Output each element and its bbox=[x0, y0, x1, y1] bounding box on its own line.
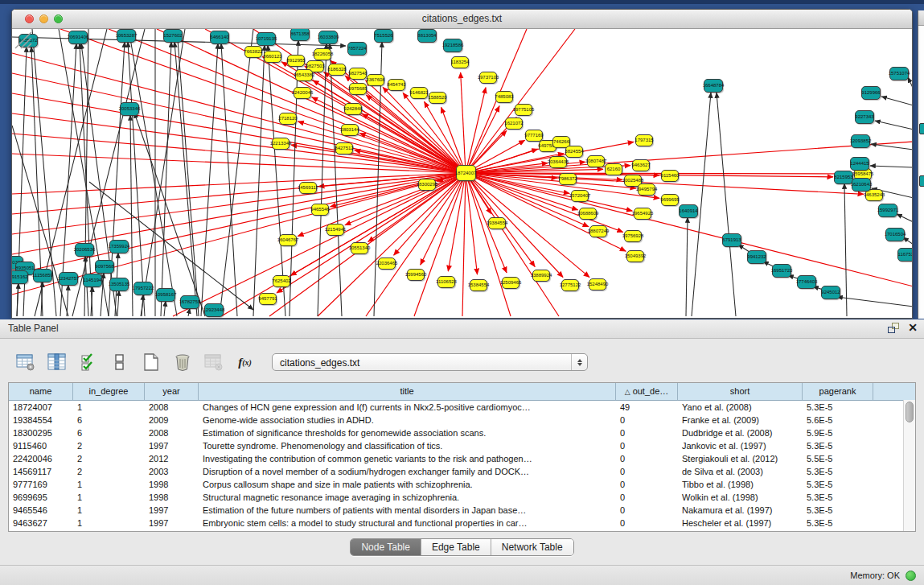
table-cell[interactable]: 0 bbox=[616, 465, 678, 478]
table-cell[interactable]: Embryonic stem cells: a model to study s… bbox=[199, 517, 616, 529]
graph-node[interactable]: 15751074 bbox=[889, 67, 909, 80]
table-cell[interactable]: Estimation of the future numbers of pati… bbox=[199, 504, 616, 517]
table-cell[interactable]: 0 bbox=[616, 452, 678, 465]
graph-node[interactable]: 11156859 bbox=[33, 269, 52, 282]
table-cell[interactable]: 0 bbox=[616, 414, 678, 426]
graph-node[interactable]: 19218586 bbox=[443, 39, 462, 52]
graph-node[interactable]: 19495794 bbox=[638, 183, 655, 196]
graph-node[interactable]: 9457791 bbox=[259, 293, 277, 305]
column-header-out_de[interactable]: △out_de… bbox=[616, 383, 678, 400]
graph-node[interactable]: 19384554 bbox=[488, 217, 506, 229]
table-cell[interactable]: 1997 bbox=[145, 517, 199, 529]
table-cell[interactable]: 18300295 bbox=[9, 426, 73, 439]
table-cell[interactable]: 18724007 bbox=[9, 401, 73, 414]
float-window-icon[interactable] bbox=[887, 322, 900, 334]
table-cell[interactable]: 2 bbox=[73, 465, 145, 478]
graph-node[interactable]: 15049392 bbox=[626, 250, 644, 262]
graph-node[interactable]: 10958167 bbox=[156, 288, 175, 302]
table-cell[interactable]: Yano et al. (2008) bbox=[678, 401, 803, 414]
delete-rows-icon[interactable] bbox=[171, 352, 193, 373]
graph-node[interactable]: 7625402 bbox=[273, 275, 290, 287]
column-header-year[interactable]: year bbox=[145, 383, 199, 400]
graph-node[interactable]: 8186328 bbox=[328, 64, 346, 76]
graph-node[interactable]: 1145194 bbox=[83, 274, 102, 287]
graph-node[interactable]: 18724007 bbox=[456, 165, 476, 181]
graph-node[interactable]: 16033809 bbox=[318, 31, 338, 44]
table-row[interactable]: 946554611997Estimation of the future num… bbox=[9, 504, 915, 517]
graph-node[interactable]: 1183254 bbox=[451, 56, 469, 68]
table-cell[interactable]: 5.3E-5 bbox=[803, 465, 873, 478]
table-cell[interactable]: 2 bbox=[73, 452, 145, 465]
table-cell[interactable]: Structural magnetic resonance image aver… bbox=[199, 491, 616, 504]
graph-node[interactable]: 7485083 bbox=[495, 91, 513, 103]
table-cell[interactable]: 2003 bbox=[145, 465, 199, 478]
graph-node[interactable]: 1621072 bbox=[505, 117, 523, 130]
table-cell[interactable]: Investigating the contribution of common… bbox=[199, 452, 616, 465]
table-cell[interactable]: de Silva et al. (2003) bbox=[678, 465, 803, 478]
table-cell[interactable]: 5.3E-5 bbox=[803, 439, 873, 452]
graph-node[interactable]: 12775122 bbox=[561, 279, 579, 291]
graph-node[interactable]: 10551340 bbox=[351, 242, 368, 254]
graph-node[interactable]: 19737103 bbox=[479, 72, 497, 84]
graph-node[interactable]: 7663822 bbox=[244, 46, 262, 58]
graph-node[interactable]: 20206536 bbox=[75, 243, 94, 257]
graph-node[interactable]: 16543382 bbox=[295, 69, 313, 81]
table-cell[interactable]: 19384554 bbox=[9, 414, 73, 426]
table-cell[interactable]: 1997 bbox=[145, 504, 199, 517]
graph-node[interactable]: 18300295 bbox=[418, 179, 436, 191]
graph-node[interactable]: 18226058 bbox=[314, 48, 331, 60]
table-row[interactable]: 911546021997Tourette syndrome. Phenomeno… bbox=[9, 439, 915, 452]
graph-node[interactable]: 10719135 bbox=[257, 32, 276, 46]
graph-node[interactable]: 19756928 bbox=[624, 230, 642, 242]
table-cell[interactable]: 6 bbox=[73, 426, 145, 439]
table-vertical-scrollbar[interactable] bbox=[903, 400, 915, 531]
select-rows-icon[interactable] bbox=[77, 352, 99, 373]
table-cell[interactable]: 9465546 bbox=[9, 504, 73, 517]
graph-node[interactable]: 7986372 bbox=[559, 173, 577, 185]
table-cell[interactable]: 9115460 bbox=[9, 439, 73, 452]
graph-node[interactable]: 9097568 bbox=[95, 260, 114, 274]
graph-node[interactable]: 14569117 bbox=[299, 182, 317, 194]
table-cell[interactable]: 5.3E-5 bbox=[803, 401, 873, 414]
table-row[interactable]: 1938455462009Genome-wide association stu… bbox=[9, 414, 915, 426]
graph-node[interactable]: 9463627 bbox=[632, 159, 650, 171]
graph-node[interactable]: 13505135 bbox=[109, 278, 129, 291]
graph-node[interactable]: 2367608 bbox=[367, 74, 384, 86]
graph-node[interactable]: 17957222 bbox=[133, 282, 153, 295]
table-cell[interactable]: 9699695 bbox=[9, 491, 73, 504]
table-cell[interactable]: 5.3E-5 bbox=[803, 491, 873, 504]
graph-node[interactable]: 16210643 bbox=[852, 178, 871, 192]
table-cell[interactable]: 1 bbox=[73, 401, 145, 414]
table-row[interactable]: 1456911722003Disruption of a novel membe… bbox=[9, 465, 915, 478]
graph-node[interactable]: 10653287 bbox=[117, 29, 136, 43]
table-settings-icon[interactable] bbox=[14, 352, 36, 373]
table-cell[interactable]: Hescheler et al. (1997) bbox=[678, 517, 803, 529]
network-window-titlebar[interactable]: citations_edges.txt bbox=[12, 10, 912, 29]
table-cell[interactable]: 2 bbox=[73, 439, 145, 452]
table-cell[interactable]: 0 bbox=[616, 426, 678, 439]
column-header-short[interactable]: short bbox=[678, 383, 803, 400]
table-cell[interactable]: 2008 bbox=[145, 426, 199, 439]
graph-node[interactable]: 2803144 bbox=[341, 124, 359, 136]
graph-node[interactable]: 12509466 bbox=[502, 277, 519, 289]
show-columns-icon[interactable] bbox=[46, 352, 68, 373]
graph-node[interactable]: 16046767 bbox=[279, 234, 297, 246]
network-canvas[interactable]: 8660123891295518226058982750316543382818… bbox=[12, 29, 912, 318]
table-cell[interactable]: Disruption of a novel member of a sodium… bbox=[199, 465, 616, 478]
table-cell[interactable]: 5.6E-5 bbox=[803, 414, 873, 426]
table-cell[interactable]: 5.5E-5 bbox=[803, 452, 873, 465]
graph-node[interactable]: 12342757 bbox=[59, 272, 78, 286]
background-window-sliver[interactable] bbox=[918, 10, 924, 319]
tab-node-table[interactable]: Node Table bbox=[351, 539, 421, 555]
table-cell[interactable]: Jankovic et al. (1997) bbox=[678, 439, 803, 452]
table-row[interactable]: 969969511998Structural magnetic resonanc… bbox=[9, 491, 915, 504]
table-cell[interactable]: 49 bbox=[616, 401, 678, 414]
graph-node[interactable]: 16782759 bbox=[180, 295, 199, 309]
graph-node[interactable]: 9465546 bbox=[311, 204, 329, 216]
scrollbar-thumb[interactable] bbox=[906, 402, 914, 422]
table-cell[interactable]: 22420046 bbox=[9, 452, 73, 465]
graph-node[interactable]: 19775105 bbox=[515, 104, 532, 116]
graph-node[interactable]: 10807487 bbox=[587, 155, 605, 167]
table-cell[interactable]: 0 bbox=[616, 491, 678, 504]
graph-node[interactable]: 9827548 bbox=[349, 68, 367, 80]
